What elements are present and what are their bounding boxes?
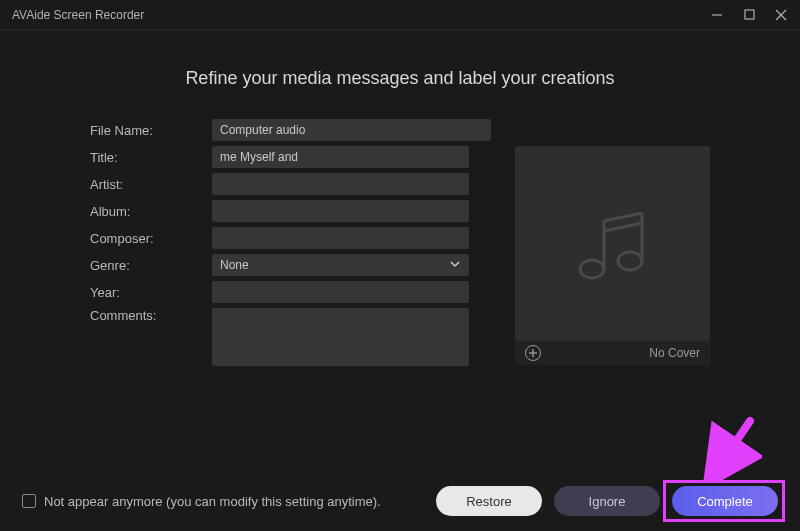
cover-footer: No Cover bbox=[515, 341, 710, 365]
action-buttons: Restore Ignore Complete bbox=[436, 486, 778, 516]
svg-rect-1 bbox=[745, 10, 754, 19]
album-input[interactable] bbox=[212, 200, 469, 222]
year-label: Year: bbox=[90, 285, 212, 300]
svg-line-9 bbox=[604, 223, 642, 231]
genre-select[interactable]: None bbox=[212, 254, 469, 276]
year-row: Year: bbox=[90, 281, 491, 303]
minimize-button[interactable] bbox=[710, 8, 724, 22]
composer-label: Composer: bbox=[90, 231, 212, 246]
titlebar: AVAide Screen Recorder bbox=[0, 0, 800, 30]
svg-point-4 bbox=[580, 260, 604, 278]
genre-value: None bbox=[220, 258, 249, 272]
filename-input[interactable] bbox=[212, 119, 491, 141]
add-cover-button[interactable] bbox=[525, 345, 541, 361]
year-input[interactable] bbox=[212, 281, 469, 303]
artist-label: Artist: bbox=[90, 177, 212, 192]
page-heading: Refine your media messages and label you… bbox=[0, 68, 800, 89]
not-appear-checkbox[interactable] bbox=[22, 494, 36, 508]
close-button[interactable] bbox=[774, 8, 788, 22]
comments-row: Comments: bbox=[90, 308, 491, 370]
not-appear-group: Not appear anymore (you can modify this … bbox=[22, 494, 381, 509]
svg-line-13 bbox=[720, 421, 750, 465]
composer-row: Composer: bbox=[90, 227, 491, 249]
no-cover-label: No Cover bbox=[649, 346, 700, 360]
plus-icon bbox=[528, 348, 538, 358]
artist-row: Artist: bbox=[90, 173, 491, 195]
chevron-down-icon bbox=[449, 258, 461, 273]
comments-label: Comments: bbox=[90, 308, 212, 323]
composer-input[interactable] bbox=[212, 227, 469, 249]
window-controls bbox=[710, 8, 788, 22]
content-area: File Name: Title: Artist: Album: Compose… bbox=[0, 119, 800, 375]
title-input[interactable] bbox=[212, 146, 469, 168]
not-appear-label: Not appear anymore (you can modify this … bbox=[44, 494, 381, 509]
restore-button[interactable]: Restore bbox=[436, 486, 542, 516]
form-column: File Name: Title: Artist: Album: Compose… bbox=[90, 119, 491, 375]
album-label: Album: bbox=[90, 204, 212, 219]
svg-line-8 bbox=[604, 213, 642, 221]
bottom-bar: Not appear anymore (you can modify this … bbox=[0, 486, 800, 516]
svg-point-5 bbox=[618, 252, 642, 270]
artist-input[interactable] bbox=[212, 173, 469, 195]
genre-row: Genre: None bbox=[90, 254, 491, 276]
filename-label: File Name: bbox=[90, 123, 212, 138]
cover-column: No Cover bbox=[515, 119, 710, 375]
comments-input[interactable] bbox=[212, 308, 469, 366]
cover-preview bbox=[515, 146, 710, 341]
title-label: Title: bbox=[90, 150, 212, 165]
app-title: AVAide Screen Recorder bbox=[12, 8, 144, 22]
title-row: Title: bbox=[90, 146, 491, 168]
annotation-arrow-icon bbox=[702, 413, 762, 483]
complete-button[interactable]: Complete bbox=[672, 486, 778, 516]
maximize-button[interactable] bbox=[742, 8, 756, 22]
ignore-button[interactable]: Ignore bbox=[554, 486, 660, 516]
genre-label: Genre: bbox=[90, 258, 212, 273]
filename-row: File Name: bbox=[90, 119, 491, 141]
album-row: Album: bbox=[90, 200, 491, 222]
music-note-icon bbox=[568, 199, 658, 289]
